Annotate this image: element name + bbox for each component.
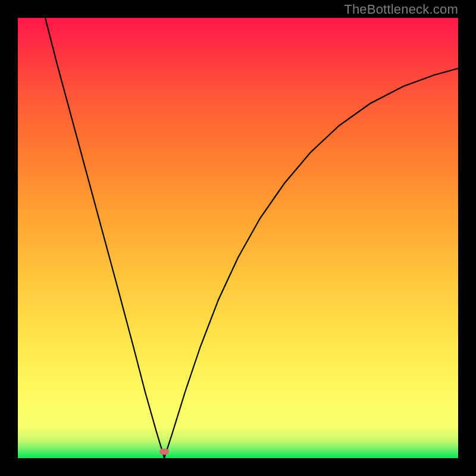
watermark-text: TheBottleneck.com [344, 2, 458, 17]
bottleneck-curve [45, 18, 458, 458]
minimum-marker [159, 449, 169, 455]
chart-frame: TheBottleneck.com [0, 0, 476, 476]
plot-area [18, 18, 458, 458]
curve-svg [18, 18, 458, 458]
